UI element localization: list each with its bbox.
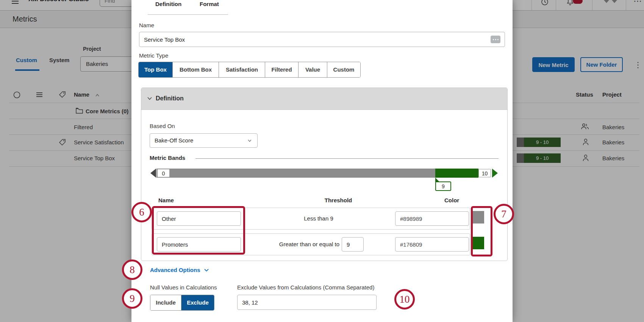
based-on-label: Based On [150, 123, 175, 129]
based-on-value: Bake-Off Score [155, 137, 193, 144]
advanced-options-label: Advanced Options [150, 267, 200, 273]
null-values-include[interactable]: Include [150, 295, 181, 310]
bands-header-color: Color [444, 197, 459, 203]
modal-tab-definition[interactable]: Definition [155, 1, 181, 7]
slider-max-box[interactable]: 10 [478, 169, 491, 177]
slider-right-arrow-icon[interactable] [492, 169, 498, 178]
band-threshold-value-input[interactable] [342, 237, 364, 252]
annotation-circle-9: 9 [122, 288, 142, 309]
metric-type-value[interactable]: Value [299, 62, 327, 77]
annotation-rect-color-swatches [471, 206, 492, 256]
modal-tabs-divider [148, 14, 228, 15]
metric-type-satisfaction[interactable]: Satisfaction [219, 62, 265, 77]
metric-name-input[interactable] [139, 32, 505, 47]
band-color-input[interactable] [395, 237, 469, 252]
modal-tab-format[interactable]: Format [200, 1, 219, 7]
slider-left-arrow-icon[interactable] [150, 169, 156, 178]
metric-type-label: Metric Type [139, 52, 168, 59]
band-threshold-text: Less than 9 [266, 215, 372, 222]
advanced-options-link[interactable]: Advanced Options [150, 267, 209, 273]
based-on-select[interactable]: Bake-Off Score [150, 133, 258, 148]
metric-type-top-box[interactable]: Top Box [139, 62, 173, 77]
screen: XM Discover Studio Find ⋯ Metrics Custo [0, 0, 644, 322]
metric-editor-modal: Definition Format Name Metric Type Top B… [131, 0, 513, 322]
annotation-circle-7: 7 [494, 204, 514, 224]
annotation-circle-10: 10 [394, 289, 415, 309]
definition-panel-header[interactable]: Definition [141, 88, 507, 110]
metric-bands-rule [195, 158, 499, 159]
metric-type-bottom-box[interactable]: Bottom Box [173, 62, 219, 77]
band-threshold-prefix: Greater than or equal to [247, 241, 339, 247]
metric-name-label: Name [139, 22, 154, 28]
select-chevron-icon [248, 139, 252, 142]
slider-track[interactable] [156, 169, 478, 178]
advanced-options-chevron-icon [204, 269, 209, 272]
annotation-rect-name-inputs [152, 206, 245, 255]
name-more-options-icon[interactable] [491, 36, 500, 43]
slider-handle-flag[interactable]: 9 [435, 181, 451, 191]
exclude-values-input[interactable] [237, 295, 377, 310]
null-values-exclude[interactable]: Exclude [181, 295, 214, 310]
exclude-values-label: Exclude Values from Calculations (Comma … [237, 284, 374, 291]
null-values-toggle: Include Exclude [150, 295, 214, 311]
slider-green-band[interactable] [435, 169, 478, 178]
metric-bands-label: Metric Bands [150, 155, 185, 161]
null-values-label: Null Values in Calculations [150, 284, 217, 291]
definition-panel-title: Definition [156, 95, 184, 102]
metric-type-filtered[interactable]: Filtered [265, 62, 299, 77]
metric-type-custom[interactable]: Custom [327, 62, 360, 77]
bands-header-threshold: Threshold [281, 197, 395, 203]
slider-min-box[interactable]: 0 [157, 169, 170, 177]
annotation-circle-8: 8 [122, 259, 142, 280]
collapse-chevron-icon [147, 97, 152, 100]
annotation-circle-6: 6 [131, 202, 152, 222]
band-color-input[interactable] [395, 211, 469, 226]
bands-header-name: Name [158, 197, 174, 203]
metric-type-group: Top Box Bottom Box Satisfaction Filtered… [138, 62, 361, 78]
